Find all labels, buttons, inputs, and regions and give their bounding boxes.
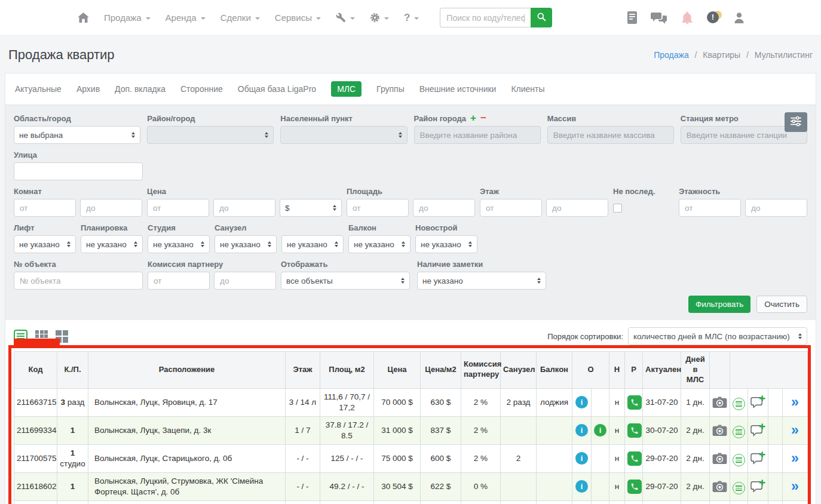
price-from-input[interactable] (147, 199, 209, 217)
info-icon[interactable]: i (575, 480, 588, 493)
notes-icon[interactable] (733, 454, 745, 466)
chevron-double-icon[interactable]: » (791, 422, 799, 438)
message-plus-icon[interactable] (750, 423, 765, 438)
table-row[interactable]: 211700575 1 студио Волынская, Луцк, Стар… (14, 444, 808, 472)
grid-view-icon[interactable] (35, 330, 48, 343)
settlement-select[interactable] (280, 126, 407, 144)
commission-from-input[interactable] (148, 272, 210, 290)
phone-icon[interactable] (627, 451, 642, 466)
rooms-from-input[interactable] (14, 199, 76, 217)
price-to-input[interactable] (213, 199, 275, 217)
add-icon[interactable]: + (470, 114, 476, 122)
bathroom-select[interactable]: не указано (215, 235, 277, 253)
alert-icon[interactable]: ! (707, 11, 720, 24)
elevator-select[interactable]: не указано (14, 235, 76, 253)
layout-select[interactable]: не указано (81, 235, 143, 253)
cell-code: 211618602 (14, 472, 57, 500)
message-plus-icon[interactable] (750, 451, 765, 466)
tab-groups[interactable]: Группы (376, 84, 405, 94)
message-plus-icon[interactable] (750, 395, 765, 410)
user-icon[interactable] (734, 12, 745, 23)
chevron-double-icon[interactable]: » (791, 450, 799, 466)
floor-to-input[interactable] (546, 199, 608, 217)
camera-icon[interactable] (712, 481, 727, 493)
city-district-input[interactable] (414, 126, 541, 144)
info-icon[interactable]: i (575, 396, 588, 408)
bathroom-select-2[interactable]: не указано (281, 235, 344, 253)
tab-clients[interactable]: Клиенты (511, 84, 544, 94)
region-select[interactable]: не выбрана (14, 126, 140, 144)
camera-icon[interactable] (712, 453, 727, 465)
info-green-icon[interactable]: i (594, 424, 606, 437)
massif-input[interactable] (547, 126, 674, 144)
breadcrumb-link-sale[interactable]: Продажа (654, 50, 688, 60)
message-plus-icon[interactable] (750, 480, 765, 494)
cell-days: 2 дн. (681, 500, 710, 504)
nav-menu-services[interactable]: Сервисы (275, 13, 321, 23)
object-id-input[interactable] (14, 272, 143, 290)
nav-menu-help[interactable]: ? (404, 12, 419, 24)
chat-icon[interactable] (651, 11, 667, 24)
floor-from-input[interactable] (480, 199, 542, 217)
nav-menu-rent[interactable]: Аренда (166, 13, 206, 23)
table-row[interactable]: 211618602 1 Волынская, Луцкий, Струмовка… (14, 472, 808, 500)
tab-external-sources[interactable]: Внешние источники (419, 84, 497, 94)
search-input[interactable] (440, 8, 531, 27)
chevron-double-icon[interactable]: » (791, 394, 799, 410)
notes-icon[interactable] (733, 398, 745, 410)
new-building-select[interactable]: не указано (415, 235, 477, 253)
tablet-icon[interactable] (627, 11, 637, 24)
tiles-view-icon[interactable] (56, 330, 68, 343)
area-from-input[interactable] (347, 199, 409, 217)
chevron-double-icon[interactable]: » (791, 478, 799, 494)
street-input[interactable] (14, 162, 143, 180)
search-button[interactable] (531, 8, 552, 27)
display-select[interactable]: все объекты (281, 272, 410, 290)
nav-menu-sale[interactable]: Продажа (104, 13, 151, 23)
sort-select[interactable]: количество дней в МЛС (по возрастанию) (628, 327, 807, 345)
phone-icon[interactable] (627, 480, 642, 494)
notes-icon[interactable] (733, 426, 745, 438)
tab-ligapro[interactable]: Общая база LigaPro (238, 84, 316, 94)
camera-icon[interactable] (712, 397, 727, 408)
tab-third-party[interactable]: Сторонние (180, 84, 223, 94)
studio-select[interactable]: не указано (148, 235, 210, 253)
not-last-checkbox[interactable] (613, 204, 622, 213)
tab-actual[interactable]: Актуальные (15, 84, 62, 94)
nav-menu-deals[interactable]: Сделки (220, 13, 260, 23)
tab-extra[interactable]: Доп. вкладка (115, 84, 166, 94)
filter-button[interactable]: Фильтровать (688, 296, 750, 313)
info-icon[interactable]: i (575, 424, 588, 437)
header-commission: Комиссия партнеру (461, 352, 501, 389)
phone-icon[interactable] (627, 395, 642, 410)
bell-icon[interactable] (681, 11, 693, 24)
list-view-icon[interactable] (14, 330, 27, 343)
select-arrows-icon (134, 241, 137, 247)
floors-total-to-input[interactable] (745, 199, 807, 217)
tab-mls[interactable]: МЛС (331, 81, 362, 97)
filter-settings-button[interactable] (785, 112, 807, 132)
rooms-to-input[interactable] (80, 199, 142, 217)
caret-down-icon (384, 17, 389, 20)
commission-to-input[interactable] (214, 272, 276, 290)
table-row[interactable]: 211699334 1 Волынская, Луцк, Зацепи, д. … (14, 416, 808, 444)
table-row[interactable]: 211601964 1 смеж Волынская, Луцк, Карпен… (14, 500, 808, 504)
info-icon[interactable]: i (575, 452, 588, 465)
clear-button[interactable]: Очистить (756, 296, 807, 313)
district-select[interactable] (147, 126, 274, 144)
tab-archive[interactable]: Архив (76, 84, 100, 94)
floors-total-from-input[interactable] (679, 199, 741, 217)
camera-icon[interactable] (712, 425, 727, 437)
notes-icon[interactable] (733, 482, 745, 494)
currency-select[interactable]: $ (280, 199, 342, 217)
table-row[interactable]: 211663715 3 разд Волынская, Луцк, Яровиц… (14, 388, 808, 416)
remove-icon[interactable]: − (480, 114, 486, 122)
balcony-select[interactable]: не указано (348, 235, 411, 253)
notes-select[interactable]: не указано (417, 272, 546, 290)
phone-icon[interactable] (627, 423, 642, 438)
header-bathroom: Санузел (501, 352, 537, 389)
area-to-input[interactable] (413, 199, 475, 217)
nav-menu-settings[interactable] (370, 13, 389, 23)
home-icon[interactable] (78, 13, 89, 23)
nav-menu-tools[interactable] (336, 13, 355, 23)
